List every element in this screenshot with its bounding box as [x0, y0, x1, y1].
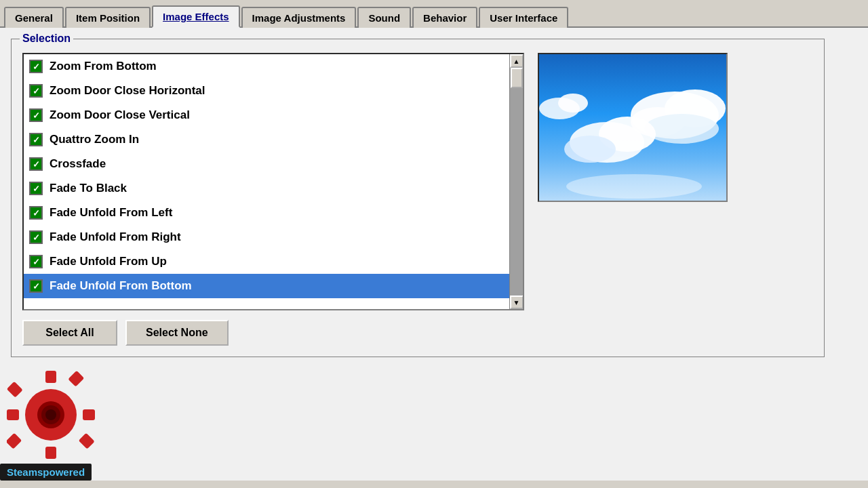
svg-rect-20 — [79, 433, 95, 449]
inner-layout: ✓Zoom From Bottom✓Zoom Door Close Horizo… — [22, 53, 813, 346]
scrollbar[interactable]: ▲ ▼ — [509, 54, 523, 309]
svg-rect-16 — [83, 409, 95, 420]
svg-point-10 — [566, 174, 702, 199]
group-title: Selection — [20, 33, 73, 45]
checkbox-icon[interactable]: ✓ — [29, 157, 43, 171]
selection-group: Selection ✓Zoom From Bottom✓Zoom Door Cl… — [11, 39, 825, 357]
checkbox-icon[interactable]: ✓ — [29, 230, 43, 244]
list-item-label: Fade Unfold From Bottom — [50, 279, 192, 293]
steam-overlay: Steamspowered — [0, 365, 125, 481]
tab-general[interactable]: General — [4, 7, 64, 28]
checkbox-icon[interactable]: ✓ — [29, 255, 43, 268]
svg-rect-19 — [7, 382, 23, 398]
list-item-label: Crossfade — [50, 157, 106, 171]
tab-behavior[interactable]: Behavior — [412, 7, 477, 28]
list-item[interactable]: ✓Zoom Door Close Vertical — [24, 103, 509, 127]
svg-point-4 — [644, 114, 719, 144]
steam-label-text: Steamspowered — [7, 466, 85, 478]
scroll-down-button[interactable]: ▼ — [510, 296, 524, 309]
list-item[interactable]: ✓Quattro Zoom In — [24, 127, 509, 152]
tab-item-position[interactable]: Item Position — [65, 7, 151, 28]
checkbox-icon[interactable]: ✓ — [29, 60, 43, 73]
tab-image-adjustments[interactable]: Image Adjustments — [241, 7, 357, 28]
tab-user-interface[interactable]: User Interface — [479, 7, 568, 28]
list-item-label: Fade Unfold From Right — [50, 230, 181, 244]
svg-point-22 — [45, 409, 56, 420]
tab-sound[interactable]: Sound — [357, 7, 411, 28]
list-item[interactable]: ✓Fade Unfold From Left — [24, 201, 509, 225]
svg-rect-14 — [45, 447, 56, 459]
svg-rect-15 — [7, 409, 19, 420]
list-item[interactable]: ✓Fade Unfold From Right — [24, 225, 509, 249]
button-row: Select All Select None — [22, 320, 524, 346]
list-item[interactable]: ✓Crossfade — [24, 152, 509, 176]
scroll-track — [510, 68, 524, 296]
tab-image-effects[interactable]: Image Effects — [152, 5, 240, 28]
select-all-button[interactable]: Select All — [22, 320, 117, 346]
list-item-label: Quattro Zoom In — [50, 133, 139, 146]
checkbox-icon[interactable]: ✓ — [29, 133, 43, 146]
list-item-label: Fade To Black — [50, 182, 127, 195]
checkbox-icon[interactable]: ✓ — [29, 108, 43, 122]
list-item[interactable]: ✓Fade Unfold From Up — [24, 249, 509, 274]
list-container: ✓Zoom From Bottom✓Zoom Door Close Horizo… — [22, 53, 524, 346]
list-box[interactable]: ✓Zoom From Bottom✓Zoom Door Close Horizo… — [22, 53, 524, 310]
svg-rect-17 — [68, 371, 84, 387]
svg-rect-13 — [45, 371, 56, 383]
list-item[interactable]: ✓Fade Unfold From Bottom — [24, 274, 509, 298]
main-content: Selection ✓Zoom From Bottom✓Zoom Door Cl… — [0, 28, 868, 481]
tab-bar: General Item Position Image Effects Imag… — [0, 0, 868, 28]
svg-rect-18 — [7, 433, 22, 449]
list-item-label: Fade Unfold From Left — [50, 206, 172, 220]
scroll-thumb[interactable] — [511, 68, 523, 88]
list-item-label: Zoom Door Close Horizontal — [50, 84, 205, 98]
checkbox-icon[interactable]: ✓ — [29, 279, 43, 293]
scroll-up-button[interactable]: ▲ — [510, 54, 524, 68]
preview-image — [538, 53, 728, 202]
select-none-button[interactable]: Select None — [125, 320, 229, 346]
checkbox-icon[interactable]: ✓ — [29, 182, 43, 195]
svg-point-9 — [558, 94, 588, 113]
list-item[interactable]: ✓Fade To Black — [24, 176, 509, 201]
list-item-label: Zoom From Bottom — [50, 60, 157, 73]
checkbox-icon[interactable]: ✓ — [29, 84, 43, 98]
steam-label: Steamspowered — [0, 464, 92, 481]
checkbox-icon[interactable]: ✓ — [29, 206, 43, 220]
list-item[interactable]: ✓Zoom From Bottom — [24, 54, 509, 79]
list-item-label: Zoom Door Close Vertical — [50, 108, 190, 122]
list-item[interactable]: ✓Zoom Door Close Horizontal — [24, 79, 509, 103]
list-item-label: Fade Unfold From Up — [50, 255, 167, 268]
list-items: ✓Zoom From Bottom✓Zoom Door Close Horizo… — [24, 54, 509, 309]
svg-point-7 — [564, 136, 616, 163]
gear-icon — [7, 371, 95, 459]
